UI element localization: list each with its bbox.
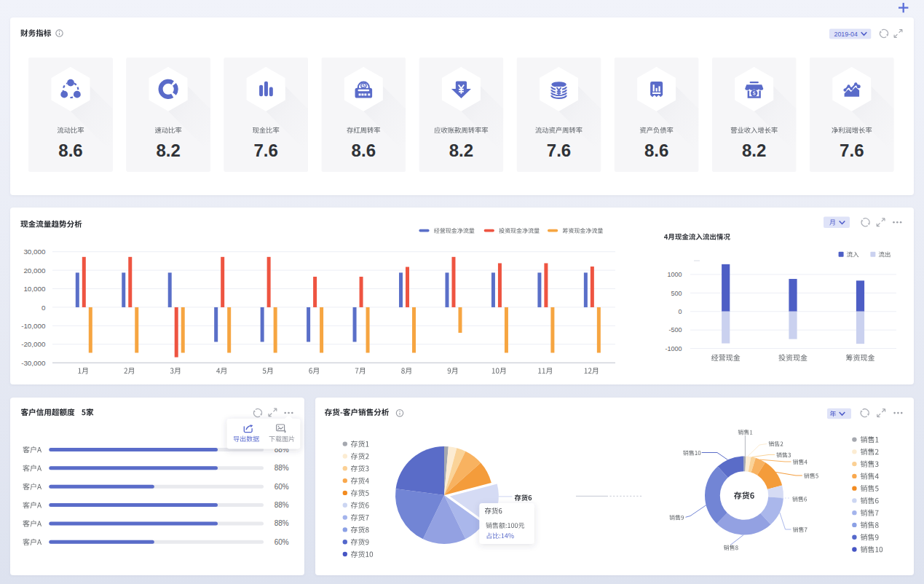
svg-text:8.2: 8.2	[742, 141, 766, 160]
svg-text:8.2: 8.2	[449, 141, 473, 160]
svg-text:8.6: 8.6	[352, 141, 376, 160]
svg-text:60%: 60%	[275, 483, 289, 491]
svg-text:88%: 88%	[275, 501, 289, 509]
svg-text:-500: -500	[668, 326, 682, 334]
svg-text:-1000: -1000	[665, 345, 682, 352]
svg-text:2019-04: 2019-04	[834, 31, 858, 38]
svg-text:7.6: 7.6	[254, 141, 278, 160]
svg-text:7.6: 7.6	[547, 141, 571, 160]
svg-text:60%: 60%	[275, 538, 289, 546]
svg-text:10,000: 10,000	[23, 285, 46, 293]
svg-text:30,000: 30,000	[23, 248, 46, 256]
svg-text:20,000: 20,000	[23, 267, 46, 275]
svg-text:0: 0	[42, 304, 46, 312]
svg-text:0: 0	[678, 308, 682, 315]
svg-text:8.2: 8.2	[156, 141, 180, 160]
svg-text:-10,000: -10,000	[21, 322, 46, 330]
svg-text:8.6: 8.6	[58, 141, 82, 160]
svg-text:-30,000: -30,000	[21, 359, 46, 367]
svg-text:7.6: 7.6	[840, 141, 864, 160]
svg-text:88%: 88%	[275, 464, 289, 472]
svg-text:1000: 1000	[667, 271, 682, 278]
svg-text:88%: 88%	[275, 519, 289, 527]
svg-text:500: 500	[671, 290, 682, 297]
svg-text:8.6: 8.6	[644, 141, 668, 160]
svg-text:-20,000: -20,000	[21, 340, 46, 348]
